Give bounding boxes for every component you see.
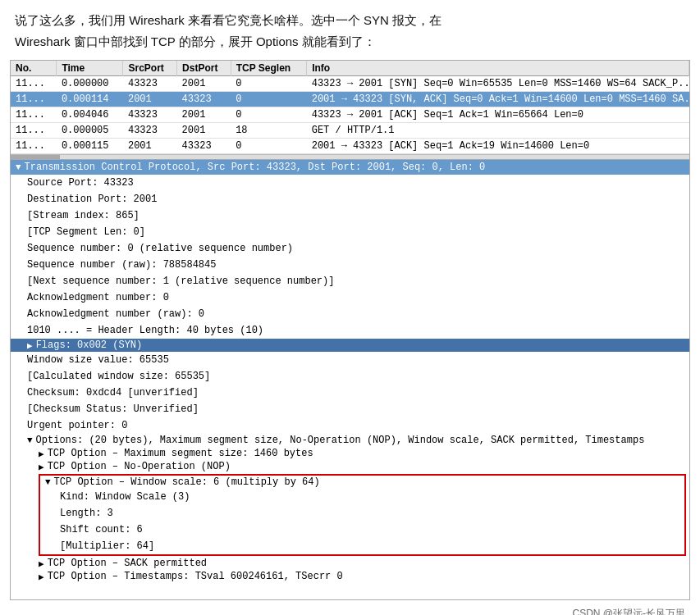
cell-time: 0.000114 — [57, 92, 123, 107]
cell-seglen: 18 — [231, 123, 307, 139]
after-flags-line: Urgent pointer: 0 — [11, 417, 689, 434]
after-flags-line: [Checksum Status: Unverified] — [11, 401, 689, 417]
col-info: Info — [307, 61, 689, 76]
partial-line — [11, 583, 689, 599]
cell-no: 11... — [11, 139, 57, 154]
option-label: TCP Option – No-Operation (NOP) — [48, 461, 231, 472]
options-items-container: ▶ TCP Option – Maximum segment size: 146… — [11, 447, 689, 583]
cell-seglen: 0 — [231, 107, 307, 123]
tcp-detail-panel: ▼ Transmission Control Protocol, Src Por… — [11, 159, 689, 599]
cell-dstport: 2001 — [177, 123, 231, 139]
option-arrow: ▶ — [39, 449, 44, 459]
table-row[interactable]: 11...0.00011420014332302001 → 43323 [SYN… — [11, 92, 689, 107]
cell-no: 11... — [11, 107, 57, 123]
flags-label: Flags: 0x002 (SYN) — [36, 339, 143, 351]
option-arrow: ▶ — [39, 558, 44, 569]
col-time: Time — [57, 61, 123, 76]
tcp-detail-line: [Next sequence number: 1 (relative seque… — [11, 273, 689, 289]
cell-srcport: 43323 — [123, 123, 177, 139]
tcp-detail-line: Acknowledgment number: 0 — [11, 289, 689, 306]
tcp-detail-line: Sequence number: 0 (relative sequence nu… — [11, 240, 689, 257]
window-scale-section: ▼ TCP Option – Window scale: 6 (multiply… — [11, 474, 688, 556]
flags-row[interactable]: ▶ Flags: 0x002 (SYN) — [11, 339, 689, 352]
after-flags-container: Window size value: 65535[Calculated wind… — [11, 352, 689, 434]
options-row[interactable]: ▼ Options: (20 bytes), Maximum segment s… — [11, 434, 689, 447]
window-scale-arrow: ▼ — [45, 477, 51, 487]
packet-table: No. Time SrcPort DstPort TCP Seglen Info… — [11, 61, 689, 154]
window-scale-header[interactable]: ▼ TCP Option – Window scale: 6 (multiply… — [40, 476, 684, 489]
window-scale-child: Shift count: 6 — [40, 522, 684, 538]
cell-info: 43323 → 2001 [SYN] Seq=0 Win=65535 Len=0… — [307, 76, 689, 92]
tcp-detail-line: [Stream index: 865] — [11, 207, 689, 224]
cell-no: 11... — [11, 123, 57, 139]
cell-no: 11... — [11, 92, 57, 107]
cell-srcport: 2001 — [123, 92, 177, 107]
cell-srcport: 43323 — [123, 107, 177, 123]
cell-srcport: 43323 — [123, 76, 177, 92]
cell-dstport: 2001 — [177, 76, 231, 92]
tcp-detail-line: [TCP Segment Len: 0] — [11, 224, 689, 240]
intro-line1: 说了这么多，我们用 Wireshark 来看看它究竟长啥样。选中一个 SYN 报… — [15, 10, 685, 31]
window-scale-box: ▼ TCP Option – Window scale: 6 (multiply… — [39, 474, 686, 556]
cell-info: 43323 → 2001 [ACK] Seq=1 Ack=1 Win=65664… — [307, 107, 689, 123]
cell-dstport: 43323 — [177, 139, 231, 154]
tcp-lines-container: Source Port: 43323Destination Port: 2001… — [11, 175, 689, 339]
option-label: TCP Option – Timestamps: TSval 600246161… — [48, 571, 343, 582]
cell-dstport: 43323 — [177, 92, 231, 107]
table-row[interactable]: 11...0.00011520014332302001 → 43323 [ACK… — [11, 139, 689, 154]
option-leaf-row[interactable]: ▶ TCP Option – No-Operation (NOP) — [11, 460, 689, 473]
cell-seglen: 0 — [231, 76, 307, 92]
option-arrow: ▶ — [39, 572, 44, 582]
cell-dstport: 2001 — [177, 107, 231, 123]
options-arrow: ▼ — [27, 435, 33, 445]
after-flags-line: Checksum: 0xdcd4 [unverified] — [11, 385, 689, 401]
table-row[interactable]: 11...0.00000543323200118GET / HTTP/1.1 — [11, 123, 689, 139]
col-dstport: DstPort — [177, 61, 231, 76]
cell-time: 0.000115 — [57, 139, 123, 154]
cell-seglen: 0 — [231, 92, 307, 107]
tcp-header-row[interactable]: ▼ Transmission Control Protocol, Src Por… — [11, 160, 689, 175]
window-scale-label: TCP Option – Window scale: 6 (multiply b… — [54, 476, 320, 488]
table-row[interactable]: 11...0.004046433232001043323 → 2001 [ACK… — [11, 107, 689, 123]
wireshark-panel: No. Time SrcPort DstPort TCP Seglen Info… — [10, 60, 690, 600]
options-label: Options: (20 bytes), Maximum segment siz… — [36, 435, 645, 446]
tcp-detail-line: Destination Port: 2001 — [11, 191, 689, 207]
cell-no: 11... — [11, 76, 57, 92]
tcp-detail-line: Acknowledgment number (raw): 0 — [11, 306, 689, 322]
cell-seglen: 0 — [231, 139, 307, 154]
tcp-detail-line: Sequence number (raw): 788584845 — [11, 257, 689, 273]
flags-arrow: ▶ — [27, 340, 33, 351]
cell-time: 0.004046 — [57, 107, 123, 123]
csdn-footer: CSDN @张望远-长风万里 — [0, 600, 700, 615]
option-label: TCP Option – SACK permitted — [48, 558, 207, 569]
intro-line2: Wireshark 窗口中部找到 TCP 的部分，展开 Options 就能看到… — [15, 31, 685, 52]
option-label: TCP Option – Maximum segment size: 1460 … — [48, 448, 313, 459]
window-scale-child: Length: 3 — [40, 505, 684, 522]
cell-info: 2001 → 43323 [ACK] Seq=1 Ack=19 Win=1460… — [307, 139, 689, 154]
cell-time: 0.000005 — [57, 123, 123, 139]
cell-srcport: 2001 — [123, 139, 177, 154]
col-srcport: SrcPort — [123, 61, 177, 76]
footer-text: CSDN @张望远-长风万里 — [572, 608, 685, 615]
col-no: No. — [11, 61, 57, 76]
table-header-row: No. Time SrcPort DstPort TCP Seglen Info — [11, 61, 689, 76]
option-leaf-row[interactable]: ▶ TCP Option – Timestamps: TSval 6002461… — [11, 570, 689, 583]
window-scale-child: [Multiplier: 64] — [40, 538, 684, 554]
table-row[interactable]: 11...0.000000433232001043323 → 2001 [SYN… — [11, 76, 689, 92]
cell-info: GET / HTTP/1.1 — [307, 123, 689, 139]
cell-time: 0.000000 — [57, 76, 123, 92]
tcp-detail-line: Source Port: 43323 — [11, 175, 689, 191]
tcp-detail-line: 1010 .... = Header Length: 40 bytes (10) — [11, 322, 689, 339]
option-leaf-row[interactable]: ▶ TCP Option – Maximum segment size: 146… — [11, 447, 689, 460]
cell-info: 2001 → 43323 [SYN, ACK] Seq=0 Ack=1 Win=… — [307, 92, 689, 107]
col-seglen: TCP Seglen — [231, 61, 307, 76]
window-scale-child: Kind: Window Scale (3) — [40, 489, 684, 505]
option-leaf-row[interactable]: ▶ TCP Option – SACK permitted — [11, 557, 689, 570]
tcp-header-label: Transmission Control Protocol, Src Port:… — [25, 162, 486, 173]
intro-section: 说了这么多，我们用 Wireshark 来看看它究竟长啥样。选中一个 SYN 报… — [0, 0, 700, 60]
after-flags-line: [Calculated window size: 65535] — [11, 368, 689, 385]
option-arrow: ▶ — [39, 462, 44, 472]
tcp-expand-arrow: ▼ — [16, 162, 21, 172]
after-flags-line: Window size value: 65535 — [11, 352, 689, 368]
